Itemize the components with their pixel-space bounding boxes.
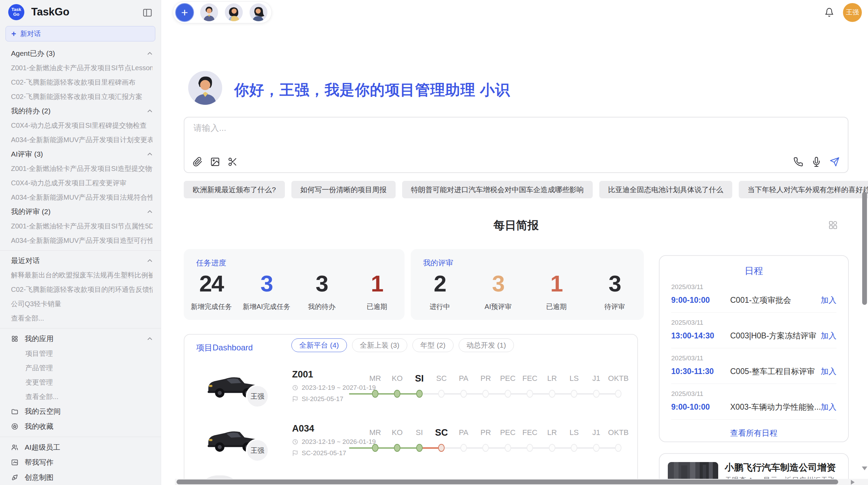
sidebar-task-item[interactable]: C02-飞腾新能源轻客改款项目立项汇报方案 — [11, 89, 153, 104]
agent-avatar-1[interactable] — [200, 3, 219, 22]
milestone-dot[interactable] — [571, 444, 577, 452]
dashboard-tab[interactable]: 全新平台 (4) — [291, 338, 347, 352]
suggestion-chip[interactable]: 如何写一份清晰的项目周报 — [291, 181, 396, 198]
project-code[interactable]: Z001 — [292, 369, 313, 380]
milestone-dot[interactable] — [549, 444, 555, 452]
milestone-dot[interactable] — [549, 390, 555, 398]
attachment-icon[interactable] — [193, 157, 203, 167]
milestone-dot[interactable] — [394, 390, 400, 398]
sidebar-link-favorites-badge-icon[interactable]: 我的收藏 — [11, 419, 153, 434]
image-upload-icon[interactable] — [210, 157, 220, 167]
milestone-dot[interactable] — [527, 444, 533, 452]
sidebar-collapse-icon[interactable] — [142, 8, 153, 16]
milestone-dot[interactable] — [372, 444, 378, 452]
vertical-scrollbar-thumb[interactable] — [862, 192, 867, 305]
user-avatar[interactable]: 王强 — [843, 3, 862, 22]
app-item[interactable]: 项目管理 — [11, 346, 153, 361]
scroll-down-arrow[interactable] — [862, 467, 867, 470]
join-link[interactable]: 加入 — [821, 402, 836, 412]
milestone-dot[interactable] — [527, 390, 533, 398]
milestone-dot-cell — [541, 444, 563, 452]
screenshot-scissors-icon[interactable] — [228, 157, 238, 167]
sidebar-task-item[interactable]: Z001-全新燃油轻卡产品开发项目SI造型提交物评审 — [11, 161, 153, 176]
milestone-dot[interactable] — [615, 444, 622, 452]
suggestion-chip[interactable]: 欧洲新规最近颁布了什么? — [184, 181, 285, 198]
sidebar-section-2[interactable]: AI评审 (3) — [11, 147, 153, 161]
chat-input[interactable] — [193, 122, 742, 153]
join-link[interactable]: 加入 — [821, 366, 836, 377]
milestone-dot[interactable] — [416, 390, 423, 398]
schedule-event-title: X003-车辆动力学性能验... — [730, 402, 821, 412]
app-item[interactable]: 产品管理 — [11, 361, 153, 375]
send-icon[interactable] — [830, 157, 840, 167]
milestone-dot[interactable] — [372, 390, 378, 398]
schedule-time: 13:00-14:30 — [671, 331, 730, 340]
sidebar-section-1[interactable]: 我的待办 (2) — [11, 104, 153, 118]
recent-chat-item[interactable]: 公司Q3轻卡销量 — [11, 297, 153, 311]
milestone-dot[interactable] — [460, 444, 467, 452]
sidebar-section-recent[interactable]: 最近对话 — [11, 253, 153, 268]
microphone-icon[interactable] — [811, 157, 821, 167]
sidebar-section-3[interactable]: 我的评审 (2) — [11, 204, 153, 219]
horizontal-scrollbar-thumb[interactable] — [177, 480, 838, 484]
stat-cell: 3新增AI完成任务 — [239, 270, 294, 311]
join-link[interactable]: 加入 — [821, 331, 836, 341]
input-tools — [193, 157, 238, 167]
recent-chat-item[interactable]: C02-飞腾新能源轻客改款项目的闭环通告反馈情况 — [11, 282, 153, 297]
milestone-dot[interactable] — [416, 444, 423, 452]
agent-avatar-3[interactable] — [249, 3, 268, 22]
milestone-dot[interactable] — [593, 444, 600, 452]
app-item[interactable]: 查看全部... — [11, 389, 153, 404]
milestone-dot[interactable] — [505, 390, 511, 398]
voice-call-icon[interactable] — [793, 157, 803, 167]
sidebar-tool-creative-pen-icon[interactable]: 创意制图 — [11, 470, 153, 485]
sidebar-my-apps[interactable]: 我的应用 — [11, 331, 153, 346]
dashboard-tab[interactable]: 全新上装 (3) — [352, 338, 408, 352]
milestone-dot[interactable] — [571, 390, 577, 398]
milestone-dot[interactable] — [482, 390, 489, 398]
sidebar-task-item[interactable]: A034-全新新能源MUV产品开发项目计划变更表编写 — [11, 133, 153, 147]
new-chat-button[interactable]: + 新对话 — [5, 26, 155, 41]
sidebar-tool-writing-icon[interactable]: 帮我写作 — [11, 455, 153, 470]
suggestion-chip[interactable]: 当下年轻人对汽车外观有怎样的喜好趋势 — [739, 181, 868, 198]
milestone-dot[interactable] — [593, 390, 600, 398]
app-item[interactable]: 变更管理 — [11, 375, 153, 389]
recent-chat-item[interactable]: 查看全部... — [11, 311, 153, 325]
sidebar-task-item[interactable]: C0X4-动力总成开发项目工程变更评审 — [11, 176, 153, 190]
sidebar-task-item[interactable]: Z001-全新燃油轻卡产品开发项目SI节点属性5D文件评审 — [11, 219, 153, 233]
sidebar-section-0[interactable]: Agent已办 (3) — [11, 46, 153, 61]
milestone-dot-cell — [519, 444, 541, 452]
recent-chat-item[interactable]: 解释最新出台的欧盟报废车法规再生塑料比例被调至15%... — [11, 268, 153, 282]
dashboard-tab[interactable]: 年型 (2) — [412, 338, 454, 352]
project-code[interactable]: A034 — [292, 423, 314, 434]
milestone-dot[interactable] — [482, 444, 489, 452]
sidebar-task-item[interactable]: C0X4-动力总成开发项目SI里程碑提交物检查 — [11, 118, 153, 133]
join-link[interactable]: 加入 — [821, 295, 836, 306]
add-agent-button[interactable]: + — [175, 3, 194, 22]
sidebar-task-item[interactable]: A034-全新新能源MUV产品开发项目法规符合性评审 — [11, 190, 153, 204]
milestone-dot[interactable] — [460, 390, 467, 398]
sidebar-task-item[interactable]: Z001-全新燃油皮卡产品开发项目SI节点Lesson Learn报告 — [11, 61, 153, 75]
suggestion-chip[interactable]: 比亚迪全固态电池计划具体说了什么 — [599, 181, 732, 198]
milestone-dot[interactable] — [615, 390, 622, 398]
view-all-schedule-link[interactable]: 查看所有日程 — [671, 428, 836, 438]
milestone-dot[interactable] — [438, 390, 445, 398]
schedule-event-title: C003|H0B-方案冻结评审 — [730, 331, 821, 341]
notification-bell-icon[interactable] — [824, 8, 834, 17]
agent-avatar-2[interactable] — [224, 3, 243, 22]
sidebar-task-item[interactable]: A034-全新新能源MUV产品开发项目造型可行性评审 — [11, 233, 153, 248]
milestone-dot[interactable] — [394, 444, 400, 452]
milestone-dot-cell — [475, 390, 497, 398]
dashboard-tab[interactable]: 动总开发 (1) — [459, 338, 514, 352]
milestone-dot-cell — [541, 390, 563, 398]
sidebar-link-cloud-folder-icon[interactable]: 我的云空间 — [11, 404, 153, 419]
sidebar-task-item[interactable]: C02-飞腾新能源轻客改款项目里程碑画布 — [11, 75, 153, 89]
briefing-widgets-icon[interactable] — [828, 220, 838, 230]
sidebar-tool-ai-staff-icon[interactable]: AI超级员工 — [11, 440, 153, 455]
project-flag: SI-2025-05-17 — [292, 395, 343, 403]
milestone-dot[interactable] — [438, 444, 445, 452]
suggestion-chip[interactable]: 特朗普可能对进口汽车增税会对中国车企造成哪些影响 — [402, 181, 593, 198]
milestone-dot[interactable] — [505, 444, 511, 452]
scroll-right-arrow[interactable] — [851, 480, 855, 485]
milestone-dot-cell — [453, 444, 475, 452]
